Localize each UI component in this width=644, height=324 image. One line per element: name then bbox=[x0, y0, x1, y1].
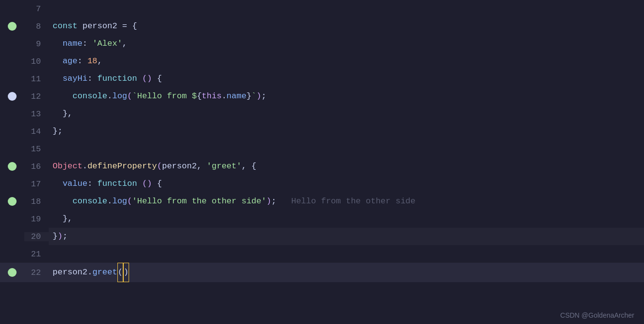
code-content-11: sayHi: function () { bbox=[49, 70, 644, 88]
line-number-9: 9 bbox=[24, 39, 49, 49]
code-content-13: }, bbox=[49, 105, 644, 123]
code-content-20: }); bbox=[49, 228, 644, 245]
breakpoint-18 bbox=[0, 197, 24, 206]
code-content-10: age: 18, bbox=[49, 53, 644, 70]
breakpoint-12 bbox=[0, 92, 24, 101]
code-content-18: console.log('Hello from the other side')… bbox=[49, 193, 644, 210]
line-number-22: 22 bbox=[24, 268, 49, 277]
line-number-8: 8 bbox=[24, 22, 49, 31]
code-content-16: Object.defineProperty(person2, 'greet', … bbox=[49, 158, 644, 175]
code-content-9: name: 'Alex', bbox=[49, 35, 644, 53]
line-number-11: 11 bbox=[24, 74, 49, 84]
line-number-10: 10 bbox=[24, 57, 49, 66]
code-content-12: console.log(`Hello from ${this.name}`); bbox=[49, 88, 644, 105]
code-line-11: 11 sayHi: function () { bbox=[0, 70, 644, 88]
line-number-18: 18 bbox=[24, 197, 49, 206]
code-content-22: person2.greet() bbox=[49, 263, 644, 282]
line-number-14: 14 bbox=[24, 127, 49, 136]
line-number-20: 20 bbox=[24, 232, 49, 241]
breakpoint-16 bbox=[0, 162, 24, 171]
code-line-18: 18 console.log('Hello from the other sid… bbox=[0, 193, 644, 210]
breakpoint-dot-12 bbox=[8, 92, 17, 101]
breakpoint-8 bbox=[0, 22, 24, 31]
breakpoint-dot-8 bbox=[8, 22, 17, 31]
code-editor: 7 8 const person2 = { 9 name: 'Alex', 10… bbox=[0, 0, 644, 324]
code-line-19: 19 }, bbox=[0, 210, 644, 228]
code-content-8: const person2 = { bbox=[49, 18, 644, 35]
code-line-22: 22 person2.greet() bbox=[0, 263, 644, 282]
code-line-10: 10 age: 18, bbox=[0, 53, 644, 70]
line-number-21: 21 bbox=[24, 250, 49, 259]
line-number-17: 17 bbox=[24, 180, 49, 189]
code-line-17: 17 value: function () { bbox=[0, 175, 644, 193]
code-line-13: 13 }, bbox=[0, 105, 644, 123]
breakpoint-dot-22 bbox=[8, 268, 17, 277]
code-line-12: 12 console.log(`Hello from ${this.name}`… bbox=[0, 88, 644, 105]
code-line-20: 20 }); bbox=[0, 228, 644, 245]
line-number-16: 16 bbox=[24, 162, 49, 171]
line-number-19: 19 bbox=[24, 215, 49, 224]
code-content-17: value: function () { bbox=[49, 175, 644, 193]
code-line-15: 15 bbox=[0, 140, 644, 158]
line-number-7: 7 bbox=[24, 4, 49, 14]
line-number-12: 12 bbox=[24, 92, 49, 101]
code-line-16: 16 Object.defineProperty(person2, 'greet… bbox=[0, 158, 644, 175]
code-content-19: }, bbox=[49, 210, 644, 228]
code-line-8: 8 const person2 = { bbox=[0, 18, 644, 35]
watermark: CSDN @GoldenaArcher bbox=[560, 311, 634, 319]
breakpoint-dot-16 bbox=[8, 162, 17, 171]
code-line-14: 14 }; bbox=[0, 123, 644, 140]
code-line-9: 9 name: 'Alex', bbox=[0, 35, 644, 53]
breakpoint-dot-18 bbox=[8, 197, 17, 206]
code-line-21: 21 bbox=[0, 245, 644, 263]
line-number-13: 13 bbox=[24, 109, 49, 119]
code-line-7: 7 bbox=[0, 0, 644, 18]
breakpoint-22 bbox=[0, 268, 24, 277]
code-content-14: }; bbox=[49, 123, 644, 140]
line-number-15: 15 bbox=[24, 144, 49, 154]
